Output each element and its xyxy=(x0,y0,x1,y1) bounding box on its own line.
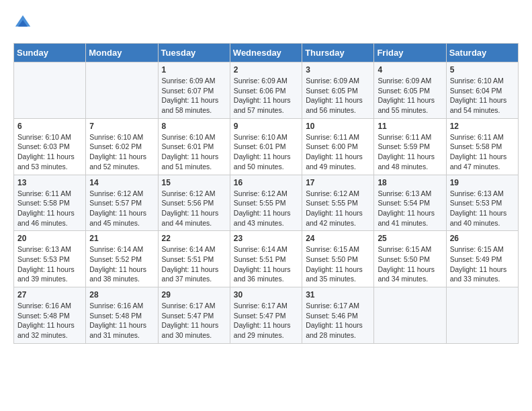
day-detail: Sunrise: 6:12 AM Sunset: 5:57 PM Dayligh… xyxy=(89,189,154,228)
day-detail: Sunrise: 6:14 AM Sunset: 5:52 PM Dayligh… xyxy=(89,244,154,284)
day-cell: 10Sunrise: 6:11 AM Sunset: 6:00 PM Dayli… xyxy=(302,118,374,175)
day-cell: 28Sunrise: 6:16 AM Sunset: 5:48 PM Dayli… xyxy=(86,287,158,344)
day-cell: 21Sunrise: 6:14 AM Sunset: 5:52 PM Dayli… xyxy=(86,231,158,287)
day-detail: Sunrise: 6:10 AM Sunset: 6:03 PM Dayligh… xyxy=(17,132,82,172)
day-detail: Sunrise: 6:10 AM Sunset: 6:02 PM Dayligh… xyxy=(89,132,154,172)
week-row-3: 13Sunrise: 6:11 AM Sunset: 5:58 PM Dayli… xyxy=(14,175,519,231)
day-number: 16 xyxy=(234,178,298,187)
day-cell: 1Sunrise: 6:09 AM Sunset: 6:07 PM Daylig… xyxy=(158,62,230,119)
day-cell: 24Sunrise: 6:15 AM Sunset: 5:50 PM Dayli… xyxy=(302,231,374,287)
day-number: 21 xyxy=(89,234,154,243)
day-number: 12 xyxy=(450,122,515,131)
day-number: 26 xyxy=(450,234,515,243)
day-detail: Sunrise: 6:09 AM Sunset: 6:05 PM Dayligh… xyxy=(378,76,442,116)
day-number: 3 xyxy=(306,65,370,75)
day-number: 18 xyxy=(378,178,442,187)
day-detail: Sunrise: 6:14 AM Sunset: 5:51 PM Dayligh… xyxy=(234,244,298,284)
day-cell: 2Sunrise: 6:09 AM Sunset: 6:06 PM Daylig… xyxy=(230,62,302,119)
weekday-header-row: SundayMondayTuesdayWednesdayThursdayFrid… xyxy=(14,44,519,62)
day-detail: Sunrise: 6:13 AM Sunset: 5:54 PM Dayligh… xyxy=(378,189,442,228)
day-cell xyxy=(14,62,86,119)
day-detail: Sunrise: 6:17 AM Sunset: 5:46 PM Dayligh… xyxy=(306,301,370,340)
day-number: 7 xyxy=(89,122,154,131)
weekday-saturday: Saturday xyxy=(446,44,518,62)
day-cell: 19Sunrise: 6:13 AM Sunset: 5:53 PM Dayli… xyxy=(446,175,518,231)
day-detail: Sunrise: 6:10 AM Sunset: 6:01 PM Dayligh… xyxy=(234,132,298,172)
day-cell: 30Sunrise: 6:17 AM Sunset: 5:47 PM Dayli… xyxy=(230,287,302,344)
calendar-table: SundayMondayTuesdayWednesdayThursdayFrid… xyxy=(13,43,519,344)
day-cell: 8Sunrise: 6:10 AM Sunset: 6:01 PM Daylig… xyxy=(158,118,230,175)
day-detail: Sunrise: 6:15 AM Sunset: 5:49 PM Dayligh… xyxy=(450,244,515,284)
day-detail: Sunrise: 6:11 AM Sunset: 5:58 PM Dayligh… xyxy=(450,132,515,172)
day-detail: Sunrise: 6:12 AM Sunset: 5:56 PM Dayligh… xyxy=(162,189,226,228)
day-cell: 5Sunrise: 6:10 AM Sunset: 6:04 PM Daylig… xyxy=(446,62,518,119)
day-cell: 12Sunrise: 6:11 AM Sunset: 5:58 PM Dayli… xyxy=(446,118,518,175)
day-cell: 11Sunrise: 6:11 AM Sunset: 5:59 PM Dayli… xyxy=(374,118,446,175)
day-number: 19 xyxy=(450,178,515,187)
day-number: 1 xyxy=(162,65,226,75)
day-cell: 23Sunrise: 6:14 AM Sunset: 5:51 PM Dayli… xyxy=(230,231,302,287)
day-cell: 26Sunrise: 6:15 AM Sunset: 5:49 PM Dayli… xyxy=(446,231,518,287)
day-detail: Sunrise: 6:17 AM Sunset: 5:47 PM Dayligh… xyxy=(234,301,298,340)
day-cell: 3Sunrise: 6:09 AM Sunset: 6:05 PM Daylig… xyxy=(302,62,374,119)
weekday-tuesday: Tuesday xyxy=(158,44,230,62)
day-cell: 14Sunrise: 6:12 AM Sunset: 5:57 PM Dayli… xyxy=(86,175,158,231)
day-detail: Sunrise: 6:09 AM Sunset: 6:07 PM Dayligh… xyxy=(162,76,226,116)
calendar-body: 1Sunrise: 6:09 AM Sunset: 6:07 PM Daylig… xyxy=(14,62,519,344)
calendar-header: SundayMondayTuesdayWednesdayThursdayFrid… xyxy=(14,44,519,62)
day-cell: 29Sunrise: 6:17 AM Sunset: 5:47 PM Dayli… xyxy=(158,287,230,344)
day-cell: 18Sunrise: 6:13 AM Sunset: 5:54 PM Dayli… xyxy=(374,175,446,231)
day-number: 22 xyxy=(162,234,226,243)
day-detail: Sunrise: 6:10 AM Sunset: 6:04 PM Dayligh… xyxy=(450,76,515,116)
day-cell: 25Sunrise: 6:15 AM Sunset: 5:50 PM Dayli… xyxy=(374,231,446,287)
day-number: 28 xyxy=(89,290,154,300)
day-number: 13 xyxy=(17,178,82,187)
day-cell xyxy=(446,287,518,344)
day-cell: 15Sunrise: 6:12 AM Sunset: 5:56 PM Dayli… xyxy=(158,175,230,231)
day-cell: 9Sunrise: 6:10 AM Sunset: 6:01 PM Daylig… xyxy=(230,118,302,175)
day-detail: Sunrise: 6:11 AM Sunset: 5:59 PM Dayligh… xyxy=(378,132,442,172)
day-number: 6 xyxy=(17,122,82,131)
day-detail: Sunrise: 6:10 AM Sunset: 6:01 PM Dayligh… xyxy=(162,132,226,172)
weekday-thursday: Thursday xyxy=(302,44,374,62)
weekday-monday: Monday xyxy=(86,44,158,62)
day-detail: Sunrise: 6:13 AM Sunset: 5:53 PM Dayligh… xyxy=(17,244,82,284)
day-detail: Sunrise: 6:11 AM Sunset: 6:00 PM Dayligh… xyxy=(306,132,370,172)
day-number: 29 xyxy=(162,290,226,300)
day-number: 24 xyxy=(306,234,370,243)
day-number: 4 xyxy=(378,65,442,75)
day-detail: Sunrise: 6:15 AM Sunset: 5:50 PM Dayligh… xyxy=(378,244,442,284)
day-detail: Sunrise: 6:12 AM Sunset: 5:55 PM Dayligh… xyxy=(234,189,298,228)
weekday-sunday: Sunday xyxy=(14,44,86,62)
day-cell: 27Sunrise: 6:16 AM Sunset: 5:48 PM Dayli… xyxy=(14,287,86,344)
day-number: 30 xyxy=(234,290,298,300)
day-number: 17 xyxy=(306,178,370,187)
weekday-wednesday: Wednesday xyxy=(230,44,302,62)
day-cell: 31Sunrise: 6:17 AM Sunset: 5:46 PM Dayli… xyxy=(302,287,374,344)
day-number: 25 xyxy=(378,234,442,243)
week-row-4: 20Sunrise: 6:13 AM Sunset: 5:53 PM Dayli… xyxy=(14,231,519,287)
day-detail: Sunrise: 6:17 AM Sunset: 5:47 PM Dayligh… xyxy=(162,301,226,340)
weekday-friday: Friday xyxy=(374,44,446,62)
week-row-1: 1Sunrise: 6:09 AM Sunset: 6:07 PM Daylig… xyxy=(14,62,519,119)
day-number: 27 xyxy=(17,290,82,300)
day-number: 11 xyxy=(378,122,442,131)
day-number: 10 xyxy=(306,122,370,131)
day-detail: Sunrise: 6:13 AM Sunset: 5:53 PM Dayligh… xyxy=(450,189,515,228)
day-number: 9 xyxy=(234,122,298,131)
day-detail: Sunrise: 6:09 AM Sunset: 6:05 PM Dayligh… xyxy=(306,76,370,116)
day-cell: 7Sunrise: 6:10 AM Sunset: 6:02 PM Daylig… xyxy=(86,118,158,175)
day-cell: 6Sunrise: 6:10 AM Sunset: 6:03 PM Daylig… xyxy=(14,118,86,175)
day-detail: Sunrise: 6:12 AM Sunset: 5:55 PM Dayligh… xyxy=(306,189,370,228)
week-row-5: 27Sunrise: 6:16 AM Sunset: 5:48 PM Dayli… xyxy=(14,287,519,344)
day-cell: 4Sunrise: 6:09 AM Sunset: 6:05 PM Daylig… xyxy=(374,62,446,119)
day-cell: 17Sunrise: 6:12 AM Sunset: 5:55 PM Dayli… xyxy=(302,175,374,231)
logo-icon xyxy=(13,13,32,32)
day-number: 14 xyxy=(89,178,154,187)
day-number: 5 xyxy=(450,65,515,75)
logo xyxy=(13,13,35,32)
day-detail: Sunrise: 6:15 AM Sunset: 5:50 PM Dayligh… xyxy=(306,244,370,284)
day-number: 2 xyxy=(234,65,298,75)
day-cell xyxy=(86,62,158,119)
day-detail: Sunrise: 6:09 AM Sunset: 6:06 PM Dayligh… xyxy=(234,76,298,116)
